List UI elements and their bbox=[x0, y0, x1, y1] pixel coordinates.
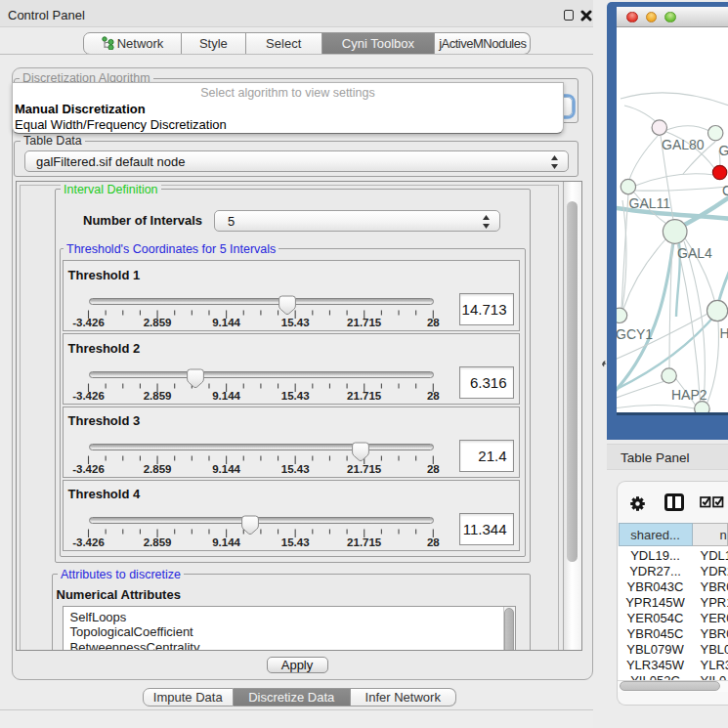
svg-text:C: C bbox=[722, 182, 728, 197]
svg-text:GAL11: GAL11 bbox=[628, 194, 670, 210]
svg-text:GCY1: GCY1 bbox=[617, 326, 653, 342]
svg-text:GAL4: GAL4 bbox=[677, 244, 712, 260]
svg-text:H: H bbox=[719, 324, 728, 340]
svg-text:GAL80: GAL80 bbox=[662, 136, 705, 151]
svg-text:G.: G. bbox=[718, 143, 728, 158]
svg-text:HAP2: HAP2 bbox=[671, 386, 707, 402]
